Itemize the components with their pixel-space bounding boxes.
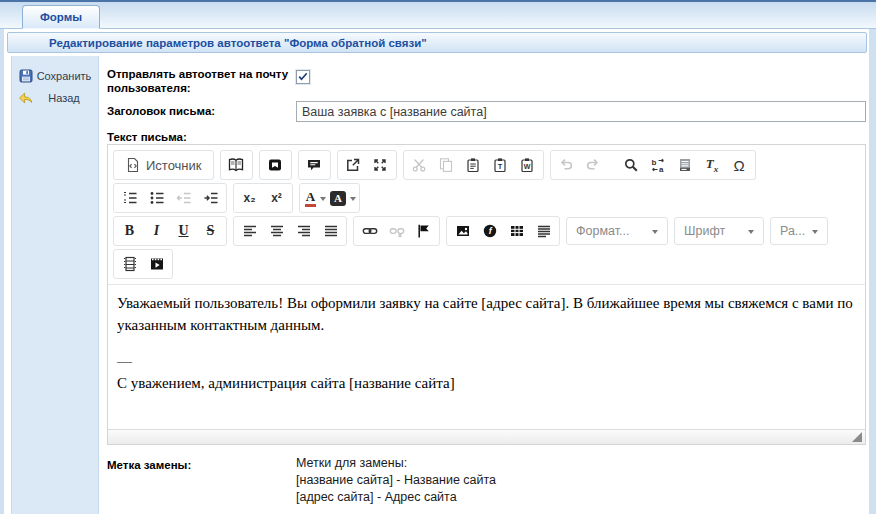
video-button[interactable] bbox=[144, 252, 169, 276]
bold-button[interactable]: B bbox=[117, 219, 142, 243]
replace-hint-line: [название сайта] - Название сайта bbox=[296, 472, 496, 489]
page-header: Редактирование параметров автоответа "Фо… bbox=[7, 32, 867, 53]
indent-icon bbox=[203, 190, 219, 206]
paste-word-icon: W bbox=[519, 157, 535, 173]
select-all-button[interactable] bbox=[673, 153, 698, 177]
replace-hints: Метки для замены: [название сайта] - Наз… bbox=[296, 455, 496, 506]
panel-button[interactable] bbox=[263, 153, 288, 177]
maximize-icon bbox=[372, 157, 388, 173]
back-icon bbox=[18, 90, 34, 106]
replace-hint-line: Метки для замены: bbox=[296, 455, 496, 472]
subscript-icon: x₂ bbox=[243, 192, 255, 204]
align-center-icon bbox=[269, 223, 285, 239]
select-all-icon bbox=[677, 157, 693, 173]
superscript-icon: x² bbox=[271, 192, 282, 204]
subject-label: Заголовок письма: bbox=[107, 104, 215, 118]
source-button[interactable]: Источник bbox=[117, 153, 210, 177]
bg-color-button[interactable]: A bbox=[330, 186, 356, 210]
chevron-down-icon bbox=[748, 230, 754, 237]
justify-button[interactable] bbox=[318, 219, 343, 243]
page-title: Редактирование параметров автоответа "Фо… bbox=[49, 37, 427, 49]
svg-text:a: a bbox=[659, 165, 664, 174]
tab-bar: Формы bbox=[0, 2, 876, 29]
redo-icon bbox=[585, 157, 601, 173]
bulleted-list-button[interactable] bbox=[144, 186, 169, 210]
outdent-button[interactable] bbox=[171, 186, 196, 210]
special-char-button[interactable]: Ω bbox=[727, 153, 752, 177]
book-button[interactable] bbox=[224, 153, 249, 177]
horizontal-rule-button[interactable] bbox=[531, 219, 556, 243]
paste-word-button[interactable]: W bbox=[515, 153, 540, 177]
align-center-button[interactable] bbox=[264, 219, 289, 243]
paste-button[interactable] bbox=[461, 153, 486, 177]
toolbar-row-4 bbox=[113, 249, 860, 279]
resize-grip-icon[interactable] bbox=[852, 432, 862, 442]
comment-button[interactable] bbox=[302, 153, 327, 177]
external-link-button[interactable] bbox=[341, 153, 366, 177]
anchor-button[interactable] bbox=[411, 219, 436, 243]
undo-button[interactable] bbox=[554, 153, 579, 177]
save-button[interactable]: Сохранить bbox=[12, 65, 98, 87]
chevron-down-icon bbox=[350, 197, 356, 204]
autoreply-checkbox[interactable] bbox=[296, 70, 310, 84]
find-button[interactable] bbox=[619, 153, 644, 177]
strikethrough-icon: S bbox=[207, 224, 215, 238]
italic-icon: I bbox=[154, 224, 159, 238]
editor-content[interactable]: Уважаемый пользователь! Вы оформили заяв… bbox=[108, 285, 865, 429]
bold-icon: B bbox=[125, 224, 134, 238]
unlink-icon bbox=[389, 223, 405, 239]
align-right-icon bbox=[296, 223, 312, 239]
back-button[interactable]: Назад bbox=[12, 87, 98, 109]
text-color-icon: A bbox=[305, 190, 316, 207]
sidebar: Сохранить Назад bbox=[11, 56, 99, 514]
link-icon bbox=[362, 223, 378, 239]
italic-button[interactable]: I bbox=[144, 219, 169, 243]
copy-button[interactable] bbox=[434, 153, 459, 177]
undo-icon bbox=[558, 157, 574, 173]
book-icon bbox=[228, 157, 244, 173]
cut-button[interactable] bbox=[407, 153, 432, 177]
link-button[interactable] bbox=[357, 219, 382, 243]
align-left-button[interactable] bbox=[237, 219, 262, 243]
superscript-button[interactable]: x² bbox=[264, 186, 289, 210]
replace-icon: b a bbox=[650, 157, 666, 173]
format-dropdown[interactable]: Формат... bbox=[566, 217, 668, 245]
replace-button[interactable]: b a bbox=[646, 153, 671, 177]
editor-toolbar: Источник bbox=[108, 145, 865, 285]
filmstrip-icon bbox=[122, 256, 138, 272]
svg-text:b: b bbox=[652, 158, 657, 167]
external-link-icon bbox=[345, 157, 361, 173]
toolbar-row-3: B I U S bbox=[113, 216, 860, 246]
indent-button[interactable] bbox=[198, 186, 223, 210]
bg-color-icon: A bbox=[330, 191, 346, 206]
underline-button[interactable]: U bbox=[171, 219, 196, 243]
align-right-button[interactable] bbox=[291, 219, 316, 243]
tab-forms[interactable]: Формы bbox=[22, 5, 100, 29]
text-color-button[interactable]: A bbox=[303, 186, 328, 210]
unlink-button[interactable] bbox=[384, 219, 409, 243]
subject-input[interactable] bbox=[296, 101, 866, 122]
paste-text-button[interactable]: T bbox=[488, 153, 513, 177]
remove-format-icon: Tx bbox=[706, 157, 718, 174]
redo-button[interactable] bbox=[581, 153, 606, 177]
page-right-frame bbox=[869, 2, 876, 514]
numbered-list-button[interactable] bbox=[117, 186, 142, 210]
justify-icon bbox=[323, 223, 339, 239]
font-dropdown[interactable]: Шрифт bbox=[674, 217, 764, 245]
font-dropdown-label: Шрифт bbox=[684, 224, 748, 238]
image-button[interactable] bbox=[450, 219, 475, 243]
remove-format-button[interactable]: Tx bbox=[700, 153, 725, 177]
cut-icon bbox=[411, 157, 427, 173]
filmstrip-button[interactable] bbox=[117, 252, 142, 276]
strikethrough-button[interactable]: S bbox=[198, 219, 223, 243]
maximize-button[interactable] bbox=[368, 153, 393, 177]
flash-icon: f bbox=[482, 223, 498, 239]
source-button-label: Источник bbox=[146, 158, 202, 173]
table-button[interactable] bbox=[504, 219, 529, 243]
svg-text:T: T bbox=[498, 162, 503, 171]
svg-text:W: W bbox=[524, 163, 531, 170]
subscript-button[interactable]: x₂ bbox=[237, 186, 262, 210]
paste-icon bbox=[465, 157, 481, 173]
flash-button[interactable]: f bbox=[477, 219, 502, 243]
size-dropdown[interactable]: Ра... bbox=[770, 217, 828, 245]
